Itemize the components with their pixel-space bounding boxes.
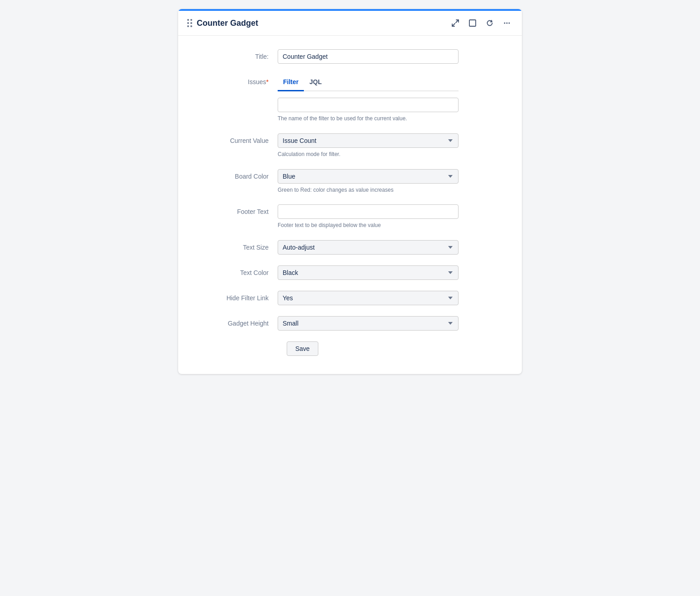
text-color-select[interactable]: Black White Blue Red <box>278 265 459 280</box>
text-color-content: Black White Blue Red <box>278 265 459 280</box>
board-color-select[interactable]: Blue Green Red Green to Red <box>278 169 459 184</box>
board-color-hint: Green to Red: color changes as value inc… <box>278 186 459 194</box>
widget-body: Title: Issues* Filter JQL The name of th… <box>178 36 522 374</box>
issues-content: Filter JQL The name of the filter to be … <box>278 75 459 123</box>
text-size-content: Auto-adjust Small Medium Large <box>278 240 459 255</box>
text-color-row: Text Color Black White Blue Red <box>196 265 504 280</box>
title-label: Title: <box>196 49 278 60</box>
footer-text-hint: Footer text to be displayed below the va… <box>278 222 459 229</box>
issues-tabs: Filter JQL <box>278 75 459 91</box>
svg-point-2 <box>506 23 508 24</box>
header-left: Counter Gadget <box>187 19 258 28</box>
minimize-button[interactable] <box>449 17 461 29</box>
title-row: Title: <box>196 49 504 64</box>
text-size-label: Text Size <box>196 240 278 251</box>
current-value-row: Current Value Issue Count Story Points E… <box>196 133 504 158</box>
gadget-height-select[interactable]: Small Medium Large <box>278 316 459 331</box>
footer-text-row: Footer Text Footer text to be displayed … <box>196 204 504 229</box>
refresh-button[interactable] <box>484 17 496 29</box>
svg-point-1 <box>504 23 506 24</box>
title-content <box>278 49 459 64</box>
text-size-row: Text Size Auto-adjust Small Medium Large <box>196 240 504 255</box>
svg-rect-0 <box>469 20 476 26</box>
current-value-content: Issue Count Story Points Estimated Hours… <box>278 133 459 158</box>
gadget-height-label: Gadget Height <box>196 316 278 327</box>
filter-hint: The name of the filter to be used for th… <box>278 115 459 123</box>
issues-label: Issues* <box>196 75 278 85</box>
widget-title: Counter Gadget <box>197 19 258 28</box>
more-options-button[interactable] <box>501 17 513 29</box>
text-size-select[interactable]: Auto-adjust Small Medium Large <box>278 240 459 255</box>
current-value-select[interactable]: Issue Count Story Points Estimated Hours <box>278 133 459 148</box>
title-input[interactable] <box>278 49 459 64</box>
svg-point-3 <box>509 23 510 24</box>
board-color-label: Board Color <box>196 169 278 180</box>
gadget-height-row: Gadget Height Small Medium Large <box>196 316 504 331</box>
drag-handle-icon[interactable] <box>187 19 192 27</box>
save-row: Save <box>196 341 504 356</box>
widget-container: Counter Gadget <box>178 9 522 374</box>
hide-filter-link-row: Hide Filter Link Yes No <box>196 291 504 305</box>
footer-text-label: Footer Text <box>196 204 278 215</box>
issues-row: Issues* Filter JQL The name of the filte… <box>196 75 504 123</box>
expand-button[interactable] <box>467 17 478 29</box>
current-value-hint: Calculation mode for filter. <box>278 151 459 158</box>
current-value-label: Current Value <box>196 133 278 144</box>
save-button[interactable]: Save <box>287 341 318 356</box>
text-color-label: Text Color <box>196 265 278 276</box>
widget-header: Counter Gadget <box>178 11 522 36</box>
hide-filter-link-content: Yes No <box>278 291 459 305</box>
board-color-content: Blue Green Red Green to Red Green to Red… <box>278 169 459 194</box>
tab-filter[interactable]: Filter <box>278 75 304 91</box>
header-actions <box>449 17 513 29</box>
gadget-height-content: Small Medium Large <box>278 316 459 331</box>
hide-filter-link-label: Hide Filter Link <box>196 291 278 302</box>
board-color-row: Board Color Blue Green Red Green to Red … <box>196 169 504 194</box>
filter-input[interactable] <box>278 98 459 112</box>
footer-text-content: Footer text to be displayed below the va… <box>278 204 459 229</box>
hide-filter-link-select[interactable]: Yes No <box>278 291 459 305</box>
footer-text-input[interactable] <box>278 204 459 219</box>
tab-jql[interactable]: JQL <box>304 75 327 91</box>
